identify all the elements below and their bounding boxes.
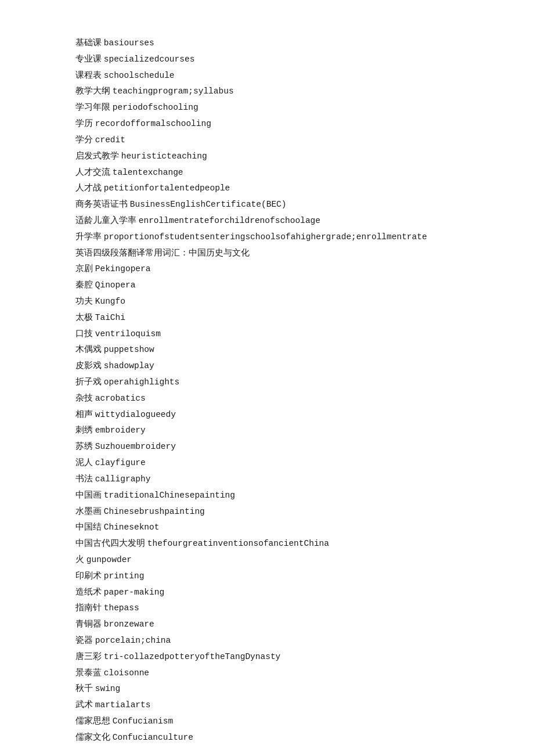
- list-item: 京剧 Pekingopera: [75, 261, 459, 277]
- english-term: wittydialogueedy: [95, 410, 176, 419]
- chinese-term: 唐三彩: [75, 651, 102, 661]
- chinese-term: 学历: [75, 118, 93, 128]
- list-item: 秦腔 Qinopera: [75, 277, 459, 293]
- chinese-term: 人才战: [75, 183, 102, 192]
- english-term: recordofformalschooling: [95, 119, 211, 128]
- list-item: 商务英语证书 BusinessEnglishCertificate(BEC): [75, 196, 459, 213]
- chinese-term: 适龄儿童入学率: [75, 215, 136, 225]
- chinese-term: 瓷器: [75, 635, 93, 645]
- english-term: puppetshow: [104, 345, 154, 354]
- chinese-term: 指南针: [75, 603, 102, 612]
- chinese-term: 升学率: [75, 232, 102, 241]
- chinese-term: 儒家思想: [75, 716, 110, 725]
- english-term: ventriloquism: [95, 329, 161, 339]
- chinese-term: 功夫: [75, 296, 93, 305]
- english-term: Kungfo: [95, 297, 125, 306]
- english-term: traditionalChinesepainting: [104, 491, 235, 500]
- list-item: 相声 wittydialogueedy: [75, 406, 459, 423]
- chinese-term: 造纸术: [75, 587, 102, 596]
- chinese-term: 人才交流: [75, 167, 110, 177]
- english-term: bronzeware: [104, 620, 154, 629]
- english-term: porcelain;china: [95, 636, 171, 645]
- english-term: embroidery: [95, 426, 146, 435]
- list-item: 人才战 petitionfortalentedpeople: [75, 180, 459, 196]
- list-item: 教学大纲 teachingprogram;syllabus: [75, 83, 459, 99]
- english-term: heuristicteaching: [121, 152, 207, 161]
- list-item: 太极 TaiChi: [75, 309, 459, 326]
- list-item: 中国结 Chineseknot: [75, 519, 459, 535]
- list-item: 基础课 basiourses: [75, 35, 459, 51]
- chinese-term: 泥人: [75, 458, 93, 467]
- chinese-term: 折子戏: [75, 377, 102, 386]
- chinese-term: 商务英语证书: [75, 199, 128, 208]
- english-term: paper-making: [104, 588, 164, 597]
- chinese-term: 武术: [75, 700, 93, 709]
- list-item: 杂技 acrobatics: [75, 390, 459, 406]
- chinese-term: 印刷术: [75, 571, 102, 580]
- chinese-term: 青铜器: [75, 619, 102, 628]
- chinese-term: 太极: [75, 312, 93, 322]
- list-item: 泥人 clayfigure: [75, 455, 459, 471]
- chinese-term: 学分: [75, 135, 93, 144]
- section-header: 英语四级段落翻译常用词汇：中国历史与文化: [75, 248, 250, 257]
- english-term: enrollmentrateforchildrenofschoolage: [139, 216, 320, 225]
- english-term: Chinesebrushpainting: [104, 507, 205, 516]
- list-item: 折子戏 operahighlights: [75, 374, 459, 390]
- chinese-term: 课程表: [75, 70, 102, 80]
- list-item: 造纸术 paper-making: [75, 584, 459, 600]
- english-term: Suzhouembroidery: [95, 442, 176, 451]
- chinese-term: 口技: [75, 329, 93, 338]
- chinese-term: 木偶戏: [75, 344, 102, 354]
- list-item: 武术 martialarts: [75, 697, 459, 713]
- english-term: gunpowder: [86, 555, 132, 564]
- list-item: 专业课 specializedcourses: [75, 51, 459, 67]
- list-item: 启发式教学 heuristicteaching: [75, 148, 459, 164]
- chinese-term: 秦腔: [75, 280, 93, 289]
- list-item: 唐三彩 tri-collazedpotteryoftheTangDynasty: [75, 649, 459, 665]
- english-term: martialarts: [95, 700, 151, 710]
- list-item: 学分 credit: [75, 132, 459, 148]
- chinese-term: 火: [75, 555, 84, 564]
- english-term: acrobatics: [95, 394, 146, 403]
- english-term: credit: [95, 135, 125, 145]
- english-term: talentexchange: [113, 168, 183, 177]
- english-term: shadowplay: [104, 361, 154, 370]
- chinese-term: 杂技: [75, 393, 93, 402]
- list-item: 学历 recordofformalschooling: [75, 116, 459, 132]
- english-term: specializedcourses: [104, 55, 195, 64]
- english-term: operahighlights: [104, 377, 180, 387]
- english-term: schoolschedule: [104, 71, 175, 80]
- english-term: Confucianculture: [113, 733, 193, 742]
- list-item: 中国画 traditionalChinesepainting: [75, 487, 459, 503]
- chinese-term: 教学大纲: [75, 86, 110, 95]
- english-term: calligraphy: [95, 474, 151, 484]
- english-term: periodofschooling: [113, 103, 199, 112]
- english-term: Qinopera: [95, 280, 136, 290]
- chinese-term: 刺绣: [75, 425, 93, 434]
- chinese-term: 中国画: [75, 490, 102, 499]
- list-item: 秋千 swing: [75, 681, 459, 697]
- english-term: BusinessEnglishCertificate(BEC): [130, 200, 287, 209]
- english-term: teachingprogram;syllabus: [113, 87, 234, 96]
- english-term: basiourses: [104, 38, 154, 48]
- chinese-term: 中国结: [75, 522, 102, 531]
- chinese-term: 儒家文化: [75, 732, 110, 741]
- vocabulary-list: 基础课 basiourses专业课 specializedcourses课程表 …: [75, 35, 459, 746]
- list-item: 指南针 thepass: [75, 600, 459, 616]
- chinese-term: 书法: [75, 474, 93, 483]
- english-term: thefourgreatinventionsofancientChina: [147, 539, 329, 548]
- list-item: 印刷术 printing: [75, 568, 459, 584]
- english-term: Chineseknot: [104, 523, 160, 532]
- list-item: 瓷器 porcelain;china: [75, 632, 459, 649]
- english-term: swing: [95, 684, 121, 693]
- list-item: 儒家思想 Confucianism: [75, 713, 459, 729]
- english-term: petitionfortalentedpeople: [104, 183, 230, 193]
- english-term: cloisonne: [104, 668, 149, 678]
- list-item: 火 gunpowder: [75, 552, 459, 568]
- chinese-term: 基础课: [75, 38, 102, 47]
- list-item: 中国古代四大发明 thefourgreatinventionsofancient…: [75, 535, 459, 552]
- list-item: 人才交流 talentexchange: [75, 164, 459, 181]
- chinese-term: 中国古代四大发明: [75, 538, 145, 548]
- chinese-term: 专业课: [75, 54, 102, 63]
- list-item: 升学率 proportionofstudentsenteringschoolso…: [75, 229, 459, 245]
